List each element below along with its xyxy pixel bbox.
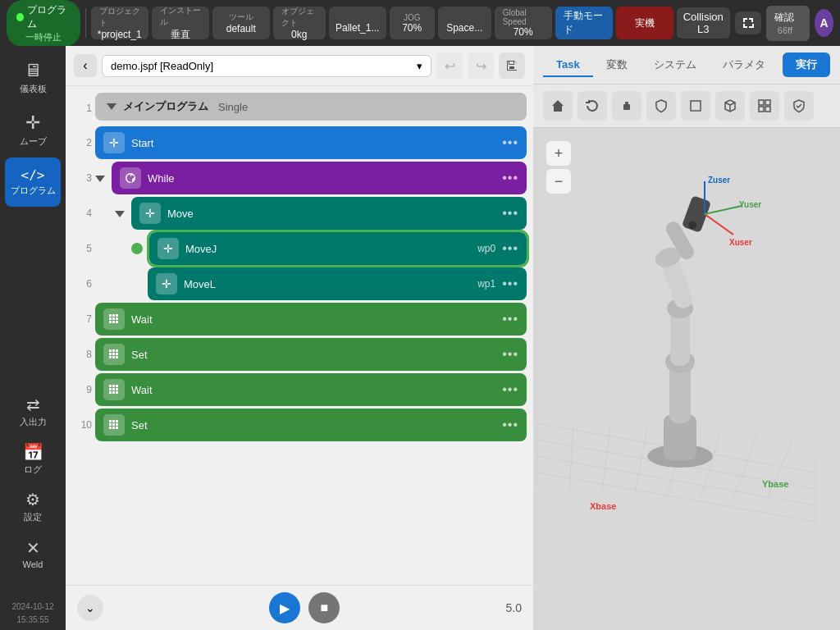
object-value: 0kg — [291, 29, 307, 40]
install-value: 垂直 — [171, 28, 190, 42]
while-menu-icon[interactable]: ••• — [502, 171, 518, 185]
table-row: 4 ✛ Move ••• — [72, 197, 527, 230]
svg-rect-42 — [759, 100, 764, 105]
sidebar-item-weld[interactable]: ✕ Weld — [5, 532, 61, 576]
line-number: 9 — [72, 384, 92, 395]
global-speed-button[interactable]: Global Speed 70% — [495, 7, 552, 39]
set-10-menu-icon[interactable]: ••• — [502, 418, 518, 432]
avatar-button[interactable]: A — [815, 9, 833, 37]
wait-7-icon — [103, 308, 125, 330]
collision-button[interactable]: Collision L3 — [677, 7, 730, 39]
sidebar-item-io[interactable]: ⇄ 入出力 — [5, 389, 61, 433]
svg-rect-45 — [765, 107, 770, 112]
space-label — [463, 13, 466, 22]
svg-rect-43 — [765, 100, 770, 105]
tab-variables[interactable]: 変数 — [593, 52, 641, 77]
wait-9-menu-icon[interactable]: ••• — [502, 382, 518, 397]
sidebar-item-move[interactable]: ✛ ムーブ — [5, 105, 61, 154]
svg-rect-28 — [112, 420, 115, 422]
install-button[interactable]: インストール 垂直 — [152, 7, 209, 39]
tab-system[interactable]: システム — [641, 52, 710, 77]
svg-rect-0 — [109, 314, 112, 317]
project-button[interactable]: プロジェクト *project_1 — [91, 7, 148, 39]
program-icon: </> — [21, 167, 45, 183]
badge-icon-btn[interactable] — [784, 91, 814, 121]
status-button[interactable]: プログラム 一時停止 — [7, 0, 80, 47]
right-toolbar — [533, 84, 840, 128]
redo-button[interactable]: ↪ — [468, 52, 494, 79]
sidebar: 🖥 儀表板 ✛ ムーブ </> プログラム ⇄ 入出力 📅 ログ ⚙ 設定 — [0, 46, 66, 630]
set-block-8[interactable]: Set ••• — [95, 338, 527, 371]
movel-block[interactable]: ✛ MoveL wp1 ••• — [148, 267, 527, 300]
set-10-icon — [103, 414, 125, 436]
manual-mode-button[interactable]: 手動モード — [555, 7, 613, 39]
expand-button[interactable] — [735, 11, 761, 34]
project-label: プロジェクト — [99, 6, 140, 29]
while-block[interactable]: While ••• — [112, 162, 527, 194]
sidebar-item-log[interactable]: 📅 ログ — [5, 436, 61, 481]
sidebar-item-program[interactable]: </> プログラム — [5, 158, 61, 207]
scroll-down-button[interactable]: ⌄ — [77, 595, 103, 621]
confirm-button[interactable]: 確認 66ff — [766, 6, 810, 41]
stop-button[interactable]: ■ — [308, 592, 340, 623]
movej-block[interactable]: ✛ MoveJ wp0 ••• — [149, 232, 527, 265]
topbar-right: Collision L3 確認 66ff A — [677, 6, 833, 41]
move-menu-icon[interactable]: ••• — [502, 206, 518, 221]
wait-block-7[interactable]: Wait ••• — [95, 303, 527, 336]
file-name: demo.jspf [ReadOnly] — [111, 60, 213, 72]
space-value: Space... — [446, 22, 482, 34]
reload-icon-btn[interactable] — [578, 91, 607, 121]
file-dropdown[interactable]: demo.jspf [ReadOnly] ▾ — [102, 55, 431, 77]
undo-button[interactable]: ↩ — [436, 52, 463, 79]
sidebar-item-dashboard[interactable]: 🖥 儀表板 — [5, 52, 61, 102]
set-block-10[interactable]: Set ••• — [95, 409, 527, 441]
svg-rect-29 — [116, 420, 118, 422]
object-button[interactable]: オブジェクト 0kg — [273, 7, 326, 39]
table-row: 8 Set ••• — [72, 338, 527, 371]
robot-icon-btn[interactable] — [612, 91, 641, 121]
gear-icon: ⚙ — [25, 490, 40, 509]
square-icon-btn[interactable] — [681, 91, 710, 121]
sidebar-item-settings[interactable]: ⚙ 設定 — [5, 484, 61, 528]
grid-cube-icon-btn[interactable] — [750, 91, 779, 121]
svg-rect-2 — [116, 314, 118, 317]
jog-button[interactable]: JOG 70% — [390, 7, 435, 39]
svg-line-57 — [766, 435, 795, 500]
pallet-button[interactable]: Pallet_1... — [329, 7, 386, 39]
confirm-label: 確認 — [774, 11, 794, 23]
start-icon: ✛ — [103, 132, 125, 153]
line-number: 3 — [72, 172, 92, 184]
wait-7-menu-icon[interactable]: ••• — [502, 312, 518, 326]
global-speed-label: Global Speed — [503, 8, 544, 26]
svg-rect-32 — [116, 423, 118, 426]
tool-button[interactable]: ツール default — [212, 7, 270, 39]
cube-icon-btn[interactable] — [715, 91, 745, 121]
table-row: 5 ✛ MoveJ wp0 ••• — [72, 232, 527, 265]
back-button[interactable]: ‹ — [74, 54, 97, 77]
set-8-menu-icon[interactable]: ••• — [502, 347, 518, 362]
tab-task[interactable]: Task — [543, 53, 593, 77]
tab-params[interactable]: パラメタ — [710, 52, 778, 77]
play-button[interactable]: ▶ — [269, 592, 300, 623]
svg-line-74 — [705, 214, 733, 235]
move-icon: ✛ — [25, 112, 40, 134]
svg-line-53 — [635, 428, 647, 494]
program-header: ‹ demo.jspf [ReadOnly] ▾ ↩ ↪ — [66, 46, 533, 86]
home-icon-btn[interactable] — [543, 91, 573, 121]
svg-line-52 — [602, 427, 610, 492]
wait-block-9[interactable]: Wait ••• — [95, 373, 527, 406]
space-button[interactable]: Space... — [438, 7, 491, 39]
movej-menu-icon[interactable]: ••• — [502, 241, 518, 256]
move-block[interactable]: ✛ Move ••• — [131, 197, 527, 230]
start-menu-icon[interactable]: ••• — [502, 135, 518, 150]
svg-text:Xbase: Xbase — [590, 501, 616, 511]
play-icon: ▶ — [280, 600, 290, 616]
jog-value: 70% — [402, 22, 422, 34]
run-button[interactable]: 実行 — [783, 52, 830, 77]
start-block[interactable]: ✛ Start ••• — [95, 126, 527, 159]
jikki-button[interactable]: 実機 — [616, 7, 673, 39]
save-button[interactable] — [499, 52, 525, 79]
movel-menu-icon[interactable]: ••• — [502, 276, 518, 291]
shield-icon-btn[interactable] — [646, 91, 676, 121]
svg-rect-44 — [759, 107, 764, 112]
